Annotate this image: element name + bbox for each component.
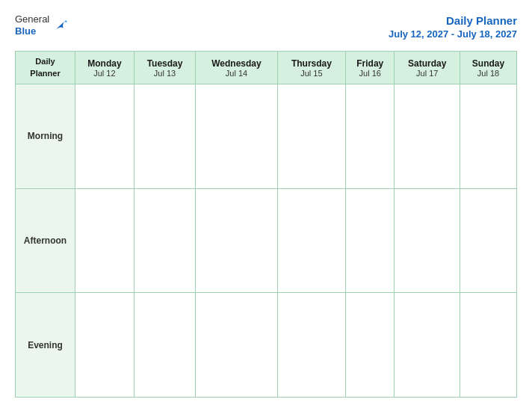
table-cell[interactable] — [75, 84, 134, 189]
table-cell[interactable] — [277, 293, 345, 398]
logo-blue: Blue — [15, 25, 49, 37]
table-cell[interactable] — [346, 84, 395, 189]
table-row: Evening — [16, 293, 517, 398]
table-cell[interactable] — [395, 84, 460, 189]
table-cell[interactable] — [346, 293, 395, 398]
table-cell[interactable] — [395, 188, 460, 293]
table-row: Afternoon — [16, 188, 517, 293]
logo-general: General — [15, 13, 49, 25]
table-cell[interactable] — [346, 188, 395, 293]
table-cell[interactable] — [460, 293, 517, 398]
table-cell[interactable] — [460, 188, 517, 293]
table-cell[interactable] — [75, 293, 134, 398]
table-cell[interactable] — [196, 188, 277, 293]
table-header-col: ThursdayJul 15 — [277, 52, 345, 84]
table-cell[interactable] — [277, 188, 345, 293]
table-cell[interactable] — [395, 293, 460, 398]
page-title: Daily Planner — [389, 13, 517, 28]
table-cell[interactable] — [277, 84, 345, 189]
table-row: Morning — [16, 84, 517, 189]
table-cell[interactable] — [134, 293, 195, 398]
logo: General Blue — [15, 13, 69, 37]
table-cell[interactable] — [196, 293, 277, 398]
title-block: Daily Planner July 12, 2027 - July 18, 2… — [389, 13, 517, 40]
page-subtitle: July 12, 2027 - July 18, 2027 — [389, 28, 517, 41]
row-label: Evening — [16, 293, 75, 398]
table-cell[interactable] — [75, 188, 134, 293]
page-header: General Blue Daily Planner July 12, 2027… — [15, 13, 517, 40]
table-cell[interactable] — [134, 188, 195, 293]
table-cell[interactable] — [196, 84, 277, 189]
table-header-col: FridayJul 16 — [346, 52, 395, 84]
table-header-first: DailyPlanner — [16, 52, 75, 84]
table-header-col: TuesdayJul 13 — [134, 52, 195, 84]
row-label: Afternoon — [16, 188, 75, 293]
logo-bird-icon — [52, 17, 69, 34]
row-label: Morning — [16, 84, 75, 189]
table-header-col: SaturdayJul 17 — [395, 52, 460, 84]
table-header-col: SundayJul 18 — [460, 52, 517, 84]
table-header-col: WednesdayJul 14 — [196, 52, 277, 84]
table-header-col: MondayJul 12 — [75, 52, 134, 84]
table-cell[interactable] — [134, 84, 195, 189]
table-cell[interactable] — [460, 84, 517, 189]
planner-table: DailyPlanner MondayJul 12TuesdayJul 13We… — [15, 51, 517, 398]
